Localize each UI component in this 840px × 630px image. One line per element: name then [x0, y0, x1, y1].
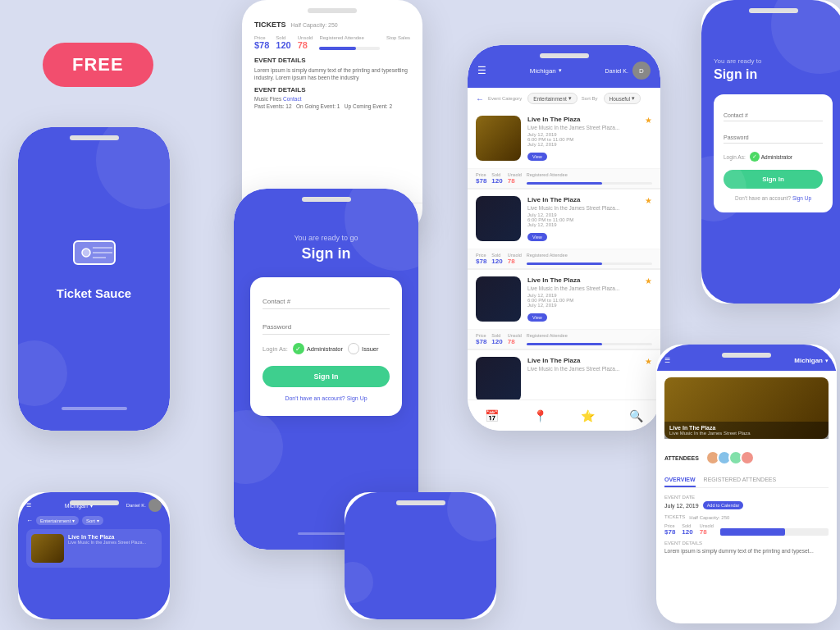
signin-title: Sign in	[302, 245, 351, 262]
fav-icon-3[interactable]: ★	[645, 276, 652, 322]
issuer-label: Issuer	[362, 345, 378, 353]
event-stats-1: Price$78 Sold120 Unsold78 Registered Att…	[468, 169, 660, 189]
event-title-1: Live In The Plaza	[527, 116, 638, 123]
ph5-event-card: Live In The Plaza Live Music In the Jame…	[26, 529, 162, 568]
ph8-tickets-stats: Price$78 Sold120 Unsold78	[664, 523, 829, 536]
ph5-event-title: Live In The Plaza	[68, 534, 146, 540]
svg-point-2	[82, 249, 90, 257]
ph8-event-image: Live In The Plaza Live Music In the Jame…	[664, 377, 829, 439]
ph8-content: Live In The Plaza Live Music In the Jame…	[656, 371, 837, 623]
star-nav-icon-4[interactable]: ⭐	[581, 409, 595, 422]
event-thumb-3	[476, 276, 521, 322]
ph8-event-date-section: EVENT DATE July 12, 2019 Add to Calendar	[664, 495, 829, 509]
attendee-4	[740, 450, 755, 465]
issuer-option[interactable]: Issuer	[348, 343, 378, 354]
fav-icon-1[interactable]: ★	[645, 116, 652, 162]
admin-label: Administrator	[307, 345, 343, 353]
tickets-title: TICKETS	[254, 21, 286, 29]
phone-bottom-left: ☰ Michigan ▾ Daniel K. ← Entertainment ▾…	[18, 492, 170, 619]
ph8-tickets-header: TICKETS Half Capacity: 250	[664, 514, 829, 521]
ph8-location: Michigan ▾	[794, 357, 829, 364]
ph8-event-details-section: EVENT DETAILS Lorem ipsum is simply dumm…	[664, 541, 829, 555]
phone-bottom-center	[345, 492, 496, 619]
ph5-hamburger[interactable]: ☰	[26, 502, 31, 509]
phone-event-detail: ☰ Michigan ▾ Live In The Plaza Live Musi…	[656, 345, 837, 623]
back-button[interactable]: ←	[476, 94, 484, 103]
event-info-2: Live In The Plaza Live Music In the Jame…	[527, 196, 638, 242]
ph5-user: Daniel K.	[126, 499, 162, 512]
ph5-dropdown-icon: ▾	[90, 503, 93, 509]
event-title-4: Live In The Plaza	[527, 357, 638, 364]
no-account-text: Don't have an account? Sign Up	[262, 395, 390, 401]
ph8-event-details-text: Lorem ipsum is simply dummy text of the …	[664, 547, 829, 555]
event-thumb-2	[476, 196, 521, 241]
ph8-tab-registered[interactable]: REGISTERED ATTENDEES	[704, 477, 777, 487]
ph7-contact-input[interactable]	[724, 110, 823, 121]
event-details2-title: EVENT DETAILS	[254, 86, 410, 94]
bottom-nav-4: 📅 📍 ⭐ 🔍	[468, 399, 660, 431]
signup-link[interactable]: Sign Up	[347, 395, 368, 401]
tickets-capacity: Half Capacity: 250	[291, 22, 338, 28]
ph5-sort-chip[interactable]: Sort ▾	[82, 516, 103, 525]
event-thumb-1	[476, 116, 521, 161]
user-avatar[interactable]: D	[632, 62, 651, 80]
ph8-location-dropdown-icon: ▾	[825, 358, 829, 364]
location-text: Michigan	[530, 67, 556, 75]
ph7-admin-label: Administrator	[761, 154, 792, 160]
event-date2-1: July 12, 2019	[527, 142, 638, 147]
location-nav-icon-4[interactable]: 📍	[533, 409, 547, 422]
event-info-4: Live In The Plaza Live Music In the Jame…	[527, 357, 638, 402]
hamburger-icon[interactable]: ☰	[477, 65, 486, 76]
event-info-1: Live In The Plaza Live Music In the Jame…	[527, 116, 638, 162]
ph7-signup-link[interactable]: Sign Up	[792, 195, 811, 201]
fav-icon-2[interactable]: ★	[645, 196, 652, 242]
user-name: Daniel K.	[605, 68, 628, 74]
music-fires: Music Fires Contact	[254, 96, 410, 102]
ph7-password-input[interactable]	[724, 132, 823, 144]
ph8-overlay-sub: Live Music In the James Street Plaza	[669, 431, 824, 436]
event-date2-2: July 12, 2019	[527, 222, 638, 227]
event-date2-3: July 12, 2019	[527, 303, 638, 308]
event-action-btn-1[interactable]: View	[527, 153, 547, 161]
event-subtitle-2: Live Music In the James Street Plaza...	[527, 205, 638, 211]
events-scroll[interactable]: Live In The Plaza Live Music In the Jame…	[468, 109, 660, 431]
ph8-tab-overview[interactable]: OVERVIEW	[664, 477, 696, 487]
fav-icon-4[interactable]: ★	[645, 357, 652, 402]
event-title-2: Live In The Plaza	[527, 196, 638, 203]
event-action-btn-3[interactable]: View	[527, 313, 547, 322]
free-badge: FREE	[43, 43, 153, 87]
ph8-image-overlay: Live In The Plaza Live Music In the Jame…	[664, 422, 829, 439]
events-meta: Past Events: 12 On Going Event: 1 Up Com…	[254, 103, 410, 109]
ph8-hamburger[interactable]: ☰	[664, 357, 670, 364]
signin-button[interactable]: Sign In	[262, 366, 390, 387]
event-action-btn-2[interactable]: View	[527, 233, 547, 241]
login-as-row: Login As: ✓ Administrator Issuer	[262, 343, 390, 354]
ticket-icon	[70, 233, 119, 270]
location-indicator[interactable]: Michigan ▾	[530, 67, 562, 75]
search-nav-icon-4[interactable]: 🔍	[629, 409, 643, 422]
ph8-header-top: ☰ Michigan ▾	[664, 357, 829, 364]
app-title: Ticket Sauce	[57, 286, 131, 300]
ph8-date-action[interactable]: Add to Calendar	[703, 501, 744, 509]
phone-events-list: ☰ Michigan ▾ Daniel K. D ← Event Categor…	[468, 45, 660, 431]
ph5-event-sub: Live Music In the James Street Plaza...	[68, 540, 146, 545]
ph5-location-text: Michigan	[65, 503, 88, 509]
ph5-category-chip[interactable]: Entertainment ▾	[36, 516, 79, 525]
password-input[interactable]	[262, 320, 390, 335]
event-stats-2: Price$78 Sold120 Unsold78 Registered Att…	[468, 249, 660, 269]
ph5-avatar	[148, 499, 162, 512]
calendar-nav-icon-4[interactable]: 📅	[485, 409, 499, 422]
ph7-admin-option[interactable]: ✓ Administrator	[750, 152, 792, 162]
tickets-section: TICKETS Half Capacity: 250 Price $78 Sol…	[254, 21, 410, 109]
ph8-date-row: July 12, 2019 Add to Calendar	[664, 501, 829, 509]
category-filter[interactable]: Entertainment ▾	[527, 93, 577, 104]
price-value: $78	[254, 40, 269, 50]
event-subtitle-1: Live Music In the James Street Plaza...	[527, 125, 638, 130]
ph5-location: Michigan ▾	[65, 503, 93, 509]
sort-filter[interactable]: Houseful ▾	[604, 93, 641, 104]
ph5-back-icon[interactable]: ←	[26, 517, 33, 524]
event-subtitle-4: Live Music In the James Street Plaza...	[527, 366, 638, 372]
ph8-event-date-label: EVENT DATE	[664, 495, 829, 500]
admin-option[interactable]: ✓ Administrator	[293, 343, 343, 354]
contact-input[interactable]	[262, 294, 390, 309]
